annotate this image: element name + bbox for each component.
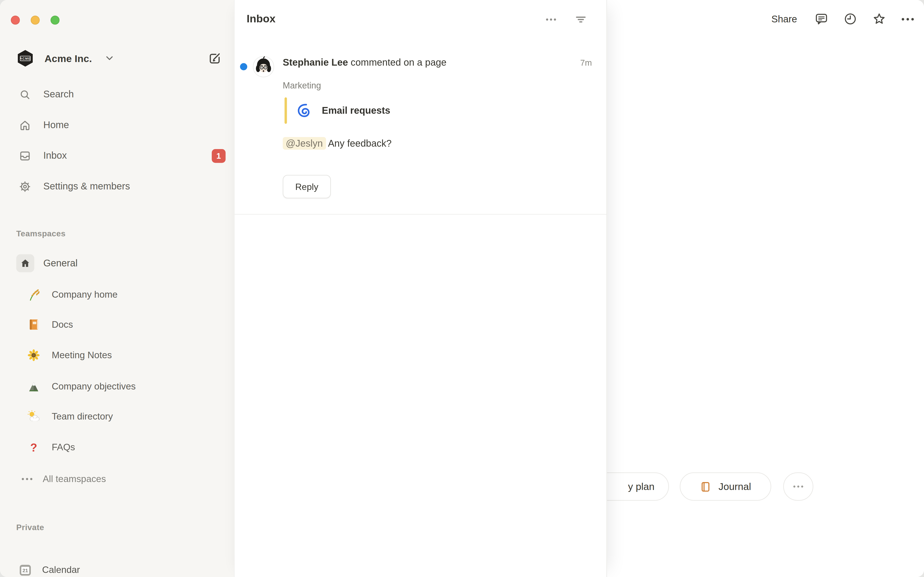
orange-book-emoji: [26, 318, 41, 331]
gear-icon: [18, 180, 31, 193]
page-toolbar: Share: [769, 12, 914, 26]
teamspaces-section-label: Teamspaces: [16, 229, 66, 238]
calendar-21-emoji: 21: [18, 562, 32, 577]
notification-timestamp: 7m: [580, 58, 592, 67]
quoted-page-title: Email requests: [322, 105, 391, 116]
sidebar-item-label: Company home: [52, 289, 118, 300]
panel-divider: [234, 214, 606, 215]
notification-author: Stephanie Lee: [283, 57, 348, 68]
new-page-compose-icon[interactable]: [208, 51, 222, 66]
comment-text: Any feedback?: [326, 138, 392, 148]
close-window-button[interactable]: [11, 16, 20, 25]
more-pages-pill-button[interactable]: [783, 472, 813, 501]
sidebar-item-company-home[interactable]: Company home: [0, 284, 234, 305]
inbox-unread-badge: 1: [212, 149, 226, 163]
notification-title: Stephanie Lee commented on a page: [283, 56, 592, 69]
mountain-emoji: [26, 380, 41, 393]
notification-comment: @Jeslyn Any feedback?: [283, 137, 392, 150]
reply-button[interactable]: Reply: [283, 175, 331, 198]
sidebar-item-label: Company objectives: [52, 381, 136, 392]
ellipsis-icon: [793, 485, 804, 488]
sidebar-item-inbox[interactable]: Inbox 1: [0, 145, 234, 166]
sidebar-item-label: Team directory: [52, 411, 113, 422]
home-icon: [18, 119, 31, 132]
sidebar: ACME Acme Inc. Search: [0, 0, 234, 577]
quote-bar: [285, 97, 287, 124]
sidebar-item-general[interactable]: General: [0, 253, 234, 274]
minimize-window-button[interactable]: [31, 16, 40, 25]
comments-icon[interactable]: [814, 12, 829, 26]
mention-chip[interactable]: @Jeslyn: [283, 137, 326, 150]
sidebar-item-label: FAQs: [52, 442, 75, 453]
sidebar-item-team-directory[interactable]: Team directory: [0, 406, 234, 427]
sidebar-item-label: Meeting Notes: [52, 350, 112, 361]
sidebar-item-company-objectives[interactable]: Company objectives: [0, 376, 234, 397]
sidebar-item-all-teamspaces[interactable]: All teamspaces: [0, 468, 234, 490]
pill-label: y plan: [628, 481, 654, 492]
sidebar-item-label: General: [43, 258, 78, 269]
search-icon: [18, 88, 31, 101]
ellipsis-icon: [20, 477, 34, 481]
pill-label: Journal: [719, 481, 751, 492]
red-question-mark-emoji: ?: [26, 442, 41, 453]
quoted-page-block[interactable]: Email requests: [285, 97, 391, 124]
notification-action: commented on a page: [348, 57, 446, 68]
sidebar-item-label: Calendar: [42, 564, 80, 575]
favorite-star-icon[interactable]: [872, 12, 886, 26]
workspace-switcher[interactable]: ACME Acme Inc.: [0, 47, 234, 70]
sidebar-item-calendar[interactable]: 21 Calendar: [0, 559, 234, 577]
chevron-down-icon: [106, 56, 113, 61]
sheaf-of-rice-emoji: [26, 288, 41, 301]
workspace-logo: ACME: [16, 49, 34, 67]
window-controls: [11, 16, 60, 25]
sidebar-item-home[interactable]: Home: [0, 115, 234, 135]
sidebar-item-search[interactable]: Search: [0, 84, 234, 105]
sidebar-item-label: Home: [43, 120, 69, 131]
svg-text:ACME: ACME: [20, 57, 31, 60]
sidebar-item-docs[interactable]: Docs: [0, 314, 234, 335]
sidebar-item-label: Inbox: [43, 150, 67, 161]
more-options-icon[interactable]: [901, 17, 914, 21]
sun-behind-cloud-emoji: [26, 410, 41, 423]
share-button[interactable]: Share: [769, 12, 800, 26]
sidebar-item-meeting-notes[interactable]: Meeting Notes: [0, 345, 234, 366]
inbox-popover: Inbox: [234, 0, 607, 577]
notification-workspace: Marketing: [283, 79, 321, 91]
sidebar-item-settings[interactable]: Settings & members: [0, 176, 234, 197]
svg-text:21: 21: [23, 567, 28, 573]
general-teamspace-icon: [16, 255, 34, 272]
zoom-window-button[interactable]: [50, 16, 60, 25]
inbox-filter-icon[interactable]: [575, 13, 587, 26]
sunflower-emoji: [26, 349, 41, 362]
unread-indicator-dot: [240, 63, 247, 71]
journal-pill-button[interactable]: Journal: [680, 472, 771, 501]
inbox-more-icon[interactable]: [546, 18, 557, 21]
avatar: [253, 56, 274, 77]
sidebar-item-label: All teamspaces: [43, 474, 106, 484]
workspace-name: Acme Inc.: [45, 53, 92, 64]
updates-clock-icon[interactable]: [843, 12, 857, 26]
notion-window: ACME Acme Inc. Search: [0, 0, 924, 577]
cyclone-emoji: [297, 103, 312, 119]
sidebar-item-label: Docs: [52, 319, 73, 330]
sidebar-item-faqs[interactable]: ? FAQs: [0, 436, 234, 458]
orange-notebook-icon: [700, 480, 712, 493]
inbox-icon: [18, 149, 31, 162]
sidebar-item-label: Settings & members: [43, 181, 130, 192]
private-section-label: Private: [16, 523, 44, 532]
sidebar-item-label: Search: [43, 89, 74, 100]
inbox-panel-title: Inbox: [247, 13, 276, 26]
